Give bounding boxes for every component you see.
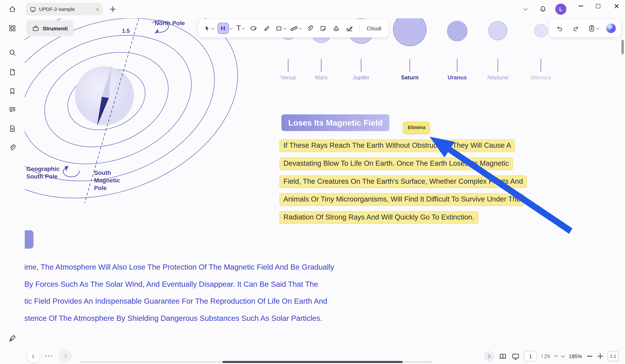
view-controls: 1 / 29 195% 1:1 (484, 350, 619, 363)
highlight-tool-active-indicator: H (218, 23, 228, 34)
reading-mode-button[interactable] (499, 352, 507, 361)
bell-icon (539, 5, 547, 13)
page-number-input[interactable]: 1 (524, 351, 537, 362)
annotation-toolbar: H T (198, 19, 389, 37)
body-paragraph: ime, The Atmosphere Will Also Lose The P… (24, 259, 334, 327)
body-line: tic Field Provides An Indispensable Guar… (24, 293, 334, 310)
planet-stem (498, 59, 498, 72)
minimize-button[interactable] (575, 0, 587, 12)
highlight-line[interactable]: Animals Or Tiny Microorganisms, Will Fin… (280, 193, 525, 206)
horizontal-scrollbar-thumb[interactable] (222, 361, 403, 363)
zoom-level-label[interactable]: 195% (569, 353, 582, 359)
attach-file-tool-button[interactable] (304, 22, 316, 35)
bookmark-icon (8, 87, 16, 95)
ellipse-pencil-icon (250, 24, 258, 32)
chevron-down-icon (596, 26, 599, 29)
save-button[interactable] (587, 22, 600, 35)
sidebar-item-comments[interactable] (5, 102, 20, 117)
highlighted-paragraph[interactable]: If These Rays Reach The Earth Without Ob… (280, 140, 527, 229)
expand-panel-button[interactable] (484, 351, 494, 362)
undo-icon (555, 25, 563, 32)
sidebar-item-tools-grid[interactable] (5, 21, 20, 36)
comment-icon (8, 106, 16, 114)
shape-tool-button[interactable] (274, 22, 287, 35)
label-north-pole: North Pole (155, 19, 185, 27)
ellipse-comment-tool-button[interactable] (248, 22, 259, 35)
highlight-tool-button[interactable]: H (216, 22, 233, 35)
page-down-button[interactable] (562, 355, 564, 357)
chevron-left-icon (32, 354, 36, 358)
paperclip-icon (306, 25, 313, 32)
sidebar-item-summary[interactable] (5, 121, 20, 136)
delete-annotation-button[interactable]: Elimina (404, 121, 430, 133)
chevron-down-icon (561, 354, 565, 358)
chevron-right-icon (487, 354, 491, 358)
sidebar-item-editor-mode[interactable] (5, 331, 20, 346)
actual-size-button[interactable]: 1:1 (607, 351, 619, 362)
sidebar-item-search[interactable] (5, 45, 20, 60)
document-tab[interactable]: UPDF-2-sample (26, 3, 103, 16)
paperclip-icon (8, 144, 16, 152)
planet-stem (457, 59, 458, 72)
pencil-tool-button[interactable] (261, 22, 273, 35)
signature-icon (345, 24, 353, 32)
statusbar: ··· 1 / 29 (0, 348, 625, 364)
tab-title: UPDF-2-sample (39, 6, 75, 12)
text-tool-button[interactable]: T (234, 22, 246, 35)
horizontal-scrollbar[interactable] (80, 361, 432, 363)
grid-icon (8, 24, 16, 32)
tools-menu-label: Strumenti (43, 25, 68, 31)
cut-heading-highlight (25, 230, 33, 249)
redo-button[interactable] (570, 22, 582, 35)
highlight-line[interactable]: Field, The Creatures On The Earth's Surf… (280, 175, 527, 188)
chevron-down-icon (242, 26, 245, 29)
ai-assistant-button[interactable] (605, 22, 617, 35)
maximize-button[interactable] (592, 0, 604, 12)
zoom-out-button[interactable] (586, 354, 593, 359)
select-tool-button[interactable] (202, 22, 215, 35)
account-button[interactable]: L (555, 0, 567, 18)
section-heading-highlight[interactable]: Loses Its Magnetic Field (281, 114, 390, 131)
document-lines-icon (8, 125, 16, 133)
page-icon (8, 68, 16, 76)
highlight-line[interactable]: Devastating Blow To Life On Earth. Once … (280, 157, 513, 170)
screenshot-stage: North Pole 1.5 Geographic South Pole Sou… (0, 0, 625, 364)
close-window-button[interactable] (610, 0, 622, 12)
planet-stem (321, 59, 322, 72)
next-page-button[interactable] (59, 350, 72, 363)
measure-tool-button[interactable] (288, 22, 303, 35)
undo-button[interactable] (553, 22, 565, 35)
body-line: stence Of The Atmosphere By Shielding Da… (24, 310, 334, 327)
sticker-tool-button[interactable] (317, 22, 329, 35)
new-tab-button[interactable] (107, 0, 119, 18)
close-toolbar-button[interactable]: Chiudi (364, 25, 384, 31)
page-total-label: / 29 (541, 353, 550, 359)
presentation-mode-button[interactable] (511, 352, 520, 361)
collapse-toolbar-button[interactable] (519, 0, 531, 18)
home-button[interactable] (6, 0, 19, 18)
stamp-tool-button[interactable] (330, 22, 342, 35)
chevron-up-icon (554, 355, 558, 359)
sidebar-item-thumbnails[interactable] (5, 65, 20, 80)
sidebar-item-attachments[interactable] (5, 140, 20, 155)
vertical-scrollbar-thumb[interactable] (621, 40, 624, 54)
maximize-icon (596, 4, 600, 8)
ruler-icon (289, 24, 298, 32)
plus-icon (110, 6, 116, 12)
zoom-in-button[interactable] (597, 353, 603, 359)
highlight-line[interactable]: Radiation Of Strong Rays And Will Quickl… (280, 211, 478, 224)
label-axis-tilt: 1.5 (122, 27, 130, 35)
highlight-line[interactable]: If These Rays Reach The Earth Without Ob… (280, 140, 515, 152)
previous-page-button[interactable] (27, 350, 40, 363)
toolbox-icon (32, 25, 39, 32)
planet-stem (541, 59, 541, 72)
notifications-button[interactable] (536, 0, 549, 18)
tools-menu-button[interactable]: Strumenti (26, 20, 73, 36)
more-pages-button[interactable]: ··· (45, 353, 54, 360)
toolbar-divider (359, 24, 360, 32)
sidebar-item-bookmarks[interactable] (5, 84, 20, 99)
redo-icon (572, 25, 580, 32)
pen-nib-icon (8, 334, 17, 342)
page-up-button[interactable] (554, 354, 557, 358)
signature-tool-button[interactable] (343, 22, 355, 35)
